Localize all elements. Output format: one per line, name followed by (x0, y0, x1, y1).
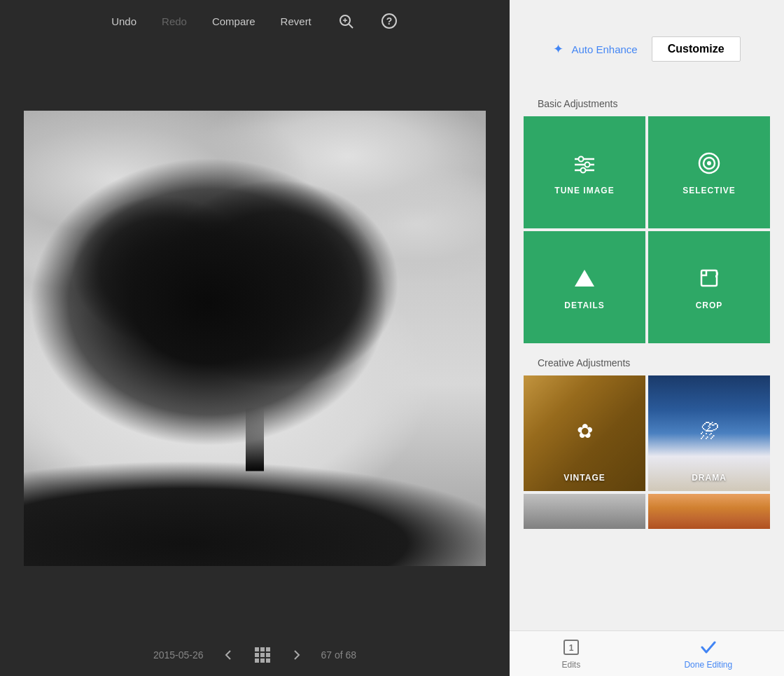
photo-image (24, 111, 486, 566)
customize-button[interactable]: Customize (652, 36, 741, 62)
svg-rect-17 (701, 270, 717, 286)
grid-view-button[interactable] (253, 645, 272, 665)
details-tile[interactable]: DETAILS (524, 231, 645, 343)
edits-label: Edits (561, 660, 580, 670)
done-editing-nav-item[interactable]: Done Editing (684, 637, 732, 670)
drama-icon: ⛈ (699, 420, 719, 443)
basic-adjustments-section: Basic Adjustments TUNE IMAGE (510, 98, 784, 343)
vintage-tile[interactable]: ✿ VINTAGE (524, 375, 645, 491)
svg-line-1 (349, 25, 353, 29)
crop-icon (695, 264, 723, 292)
drama-tile[interactable]: ⛈ DRAMA (648, 375, 770, 491)
done-editing-icon (699, 637, 718, 657)
sky-bg (648, 494, 770, 529)
done-editing-label: Done Editing (684, 660, 732, 670)
svg-point-15 (707, 161, 711, 165)
photo-counter: 67 of 68 (321, 649, 357, 661)
right-panel: ✦ Auto Enhance Customize Basic Adjustmen… (510, 0, 784, 676)
edits-icon: 1 (561, 637, 581, 657)
photo-date: 2015-05-26 (153, 649, 204, 661)
vintage-icon: ✿ (577, 420, 593, 443)
bottom-nav: 1 Edits Done Editing (510, 630, 784, 676)
help-icon[interactable]: ? (380, 12, 398, 30)
eiffel-tile[interactable] (524, 494, 645, 529)
crop-label: CROP (696, 301, 723, 310)
photo-bottom-bar: 2015-05-26 67 of 68 (0, 634, 510, 676)
svg-text:?: ? (386, 15, 393, 27)
tune-image-label: TUNE IMAGE (554, 186, 614, 195)
svg-marker-16 (575, 270, 594, 287)
selective-icon (695, 149, 723, 177)
creative-adjustments-section: Creative Adjustments ✿ VINTAGE ⛈ DRAMA (510, 357, 784, 630)
eiffel-bg (524, 494, 645, 529)
selective-label: SELECTIVE (682, 186, 736, 195)
creative-adjustments-grid: ✿ VINTAGE ⛈ DRAMA (524, 375, 770, 529)
drama-label: DRAMA (648, 473, 770, 483)
edits-nav-item[interactable]: 1 Edits (561, 637, 581, 670)
details-label: DETAILS (564, 301, 604, 310)
sky-tile[interactable] (648, 494, 770, 529)
svg-text:✦: ✦ (553, 42, 564, 56)
undo-button[interactable]: Undo (111, 15, 136, 27)
selective-tile[interactable]: SELECTIVE (648, 116, 770, 228)
auto-enhance-button[interactable]: ✦ Auto Enhance (553, 42, 637, 56)
revert-button[interactable]: Revert (281, 15, 312, 27)
details-icon (570, 264, 598, 292)
photo-container (24, 111, 486, 566)
search-icon[interactable] (337, 12, 355, 30)
tune-image-icon (570, 149, 598, 177)
basic-section-title: Basic Adjustments (524, 98, 770, 116)
creative-section-title: Creative Adjustments (524, 357, 770, 375)
svg-point-12 (581, 168, 586, 173)
svg-point-11 (585, 163, 590, 167)
compare-button[interactable]: Compare (212, 15, 255, 27)
crop-tile[interactable]: CROP (648, 231, 770, 343)
basic-adjustments-grid: TUNE IMAGE SELECTIVE (524, 116, 770, 343)
left-panel: Undo Redo Compare Revert ? 2015-05-26 (0, 0, 510, 676)
next-arrow[interactable] (286, 644, 307, 665)
auto-enhance-label: Auto Enhance (571, 43, 637, 55)
svg-text:1: 1 (568, 643, 573, 653)
svg-point-10 (579, 157, 584, 162)
redo-button[interactable]: Redo (162, 15, 187, 27)
prev-arrow[interactable] (218, 644, 239, 665)
vintage-label: VINTAGE (524, 473, 645, 483)
toolbar: Undo Redo Compare Revert ? (0, 0, 510, 42)
photo-area (0, 42, 510, 634)
right-header: ✦ Auto Enhance Customize (510, 0, 784, 98)
tune-image-tile[interactable]: TUNE IMAGE (524, 116, 645, 228)
